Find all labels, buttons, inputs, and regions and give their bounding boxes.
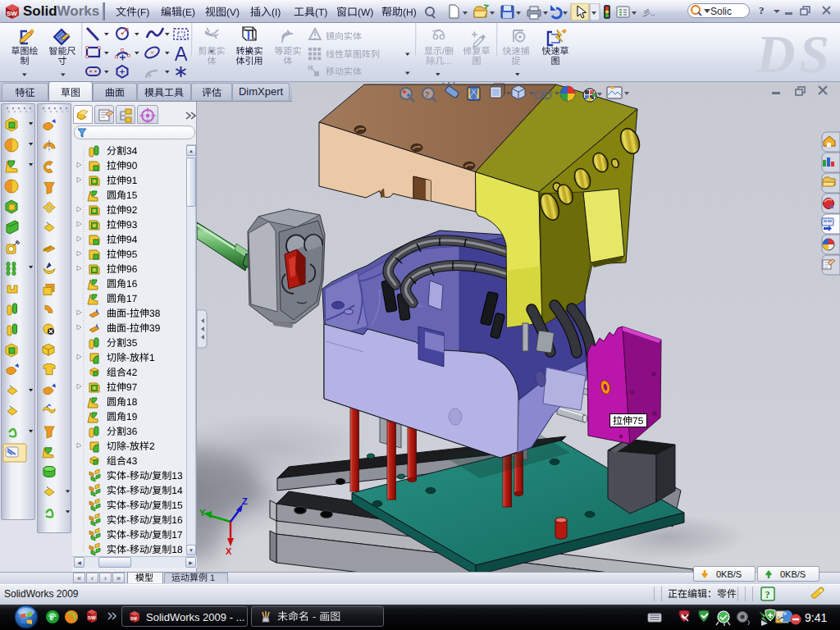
svg-text:Y: Y	[199, 508, 206, 518]
svg-text:彡..: 彡..	[642, 8, 655, 17]
svg-text:?: ?	[425, 90, 429, 98]
svg-text:SW: SW	[7, 10, 17, 17]
svg-text:SW: SW	[88, 615, 96, 620]
svg-text:SW: SW	[130, 616, 137, 621]
svg-text:X: X	[226, 546, 232, 556]
svg-text:?: ?	[765, 589, 770, 600]
svg-text:Z: Z	[242, 496, 248, 506]
svg-text:e: e	[50, 612, 54, 622]
